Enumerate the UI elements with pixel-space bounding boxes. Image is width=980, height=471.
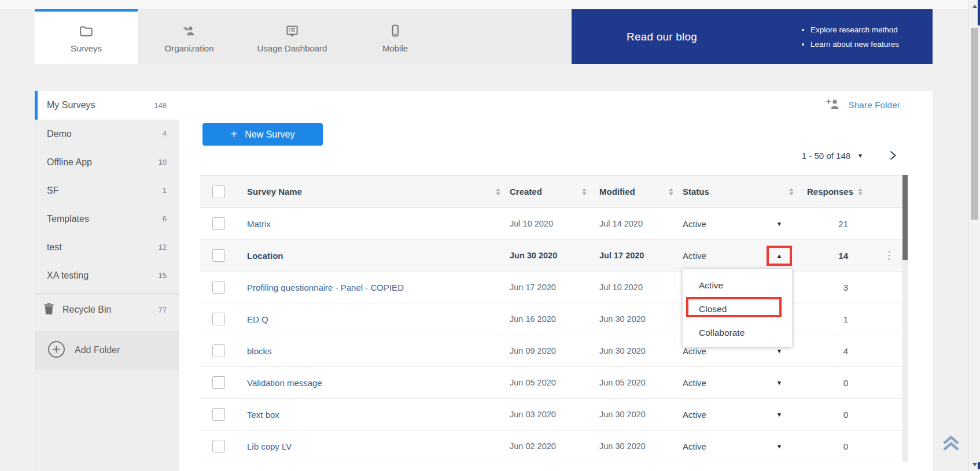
nav-tab[interactable]: Mobile (344, 9, 447, 64)
select-all-checkbox[interactable] (212, 186, 225, 198)
chevron-down-icon: ▼ (776, 443, 782, 450)
sidebar-folder-item[interactable]: Offline App 10 (35, 148, 179, 176)
row-checkbox[interactable] (212, 408, 225, 421)
sidebar-folder-item[interactable]: Templates 6 (35, 205, 179, 233)
add-folder-label: Add Folder (75, 345, 120, 355)
survey-name-link[interactable]: Text box (247, 410, 279, 420)
table-row: Validation message Jun 05 2020 Jun 05 20… (200, 367, 902, 399)
blog-banner[interactable]: Read our blog Explore research method Le… (572, 9, 933, 64)
responses-count: 0 (796, 442, 862, 451)
scroll-to-top-button[interactable] (941, 432, 961, 458)
folder-count: 6 (163, 214, 167, 223)
responses-cell: 3 (796, 283, 862, 292)
created-cell: Jun 03 2020 (500, 410, 587, 419)
modified-date: Jul 14 2020 (599, 219, 643, 228)
survey-name-link[interactable]: ED Q (247, 314, 268, 324)
created-cell: Jul 10 2020 (500, 219, 587, 228)
row-checkbox[interactable] (212, 217, 225, 230)
status-dropdown-toggle[interactable]: ▼ ▲ (767, 373, 792, 393)
share-folder-button[interactable]: Share Folder (825, 98, 900, 112)
tab-icon (388, 23, 403, 38)
status-dropdown-toggle[interactable]: ▼ ▲ (767, 246, 792, 266)
responses-count: 21 (796, 219, 862, 229)
header-survey-name: Survey Name (237, 187, 500, 196)
responses-cell: 0 (796, 378, 862, 388)
pagination: 1 - 50 of 148 ▼ (802, 150, 898, 161)
add-folder-button[interactable]: Add Folder (35, 331, 179, 370)
surveys-table: Survey Name Created Modified Status Resp… (200, 175, 902, 462)
sidebar-folder-item[interactable]: SF 1 (35, 176, 179, 205)
survey-name-cell: Profiling questionnaire - Panel - COPIED (237, 283, 500, 292)
kebab-menu-icon[interactable]: ⋮ (884, 251, 895, 259)
table-scrollbar-thumb[interactable] (902, 175, 908, 260)
table-row: Text box Jun 03 2020 Jun 30 2020 Active … (200, 399, 902, 431)
header: Surveys (35, 9, 933, 64)
tab-label: Mobile (382, 43, 408, 53)
page-scrollbar-thumb[interactable] (971, 28, 978, 220)
row-checkbox[interactable] (212, 440, 225, 453)
survey-name-link[interactable]: Profiling questionnaire - Panel - COPIED (247, 283, 404, 292)
responses-count: 4 (796, 346, 862, 356)
status-cell: Active ▼ ▲ (673, 405, 796, 425)
survey-name-cell: Validation message (237, 378, 500, 388)
survey-name-link[interactable]: Location (247, 251, 283, 261)
dropdown-option[interactable]: Closed (683, 297, 792, 321)
sidebar-folder-item[interactable]: test 12 (35, 233, 179, 261)
folder-count: 1 (163, 186, 167, 195)
status-dropdown-toggle[interactable]: ▼ ▲ (767, 405, 792, 425)
row-checkbox-cell (200, 408, 237, 421)
row-checkbox[interactable] (212, 313, 225, 325)
banner-bullet: Learn about new features (810, 37, 899, 51)
survey-name-link[interactable]: Lib copy LV (247, 442, 292, 451)
next-page-button[interactable] (887, 150, 898, 161)
sort-icon[interactable] (669, 188, 673, 195)
responses-cell: 1 (796, 314, 862, 324)
sort-icon[interactable] (496, 188, 500, 195)
row-checkbox[interactable] (212, 344, 225, 357)
recycle-bin-count: 77 (159, 306, 167, 314)
responses-cell: 0 (796, 410, 862, 420)
sidebar-folder-item[interactable]: XA testing 15 (35, 261, 179, 290)
row-checkbox-cell (200, 313, 237, 325)
folder-label: Templates (47, 214, 89, 224)
created-cell: Jun 05 2020 (500, 378, 587, 387)
table-row: blocks Jun 09 2020 Jun 30 2020 Active ▼ (200, 335, 902, 367)
status-label: Active (683, 346, 706, 356)
sidebar-folder-item[interactable]: My Surveys 148 (35, 91, 179, 120)
sidebar-folder-item[interactable]: Demo 4 (35, 120, 179, 148)
sort-icon[interactable] (582, 188, 587, 195)
nav-tab[interactable]: Usage Dashboard (241, 9, 344, 64)
status-dropdown-toggle[interactable]: ▼ ▲ (767, 214, 792, 234)
nav-tab[interactable]: Surveys (35, 9, 138, 64)
new-survey-button[interactable]: + New Survey (202, 123, 323, 146)
status-label: Active (683, 410, 706, 420)
survey-name-link[interactable]: Validation message (247, 378, 322, 388)
header-status: Status (673, 187, 796, 196)
responses-count: 14 (796, 251, 862, 261)
modified-cell: Jun 30 2020 (587, 410, 673, 419)
created-cell: Jun 30 2020 (500, 251, 587, 260)
nav-tab[interactable]: Organization (138, 9, 241, 64)
dropdown-option[interactable]: Active (683, 273, 792, 297)
row-checkbox[interactable] (212, 376, 225, 389)
modified-date: Jun 30 2020 (599, 442, 646, 451)
folder-label: XA testing (47, 270, 89, 281)
sort-icon[interactable] (858, 188, 863, 195)
row-checkbox[interactable] (212, 281, 225, 294)
modified-date: Jun 30 2020 (599, 410, 646, 419)
modified-date: Jun 05 2020 (599, 378, 646, 387)
table-scrollbar[interactable] (902, 175, 908, 462)
status-label: Active (683, 378, 706, 388)
survey-name-link[interactable]: Matrix (247, 219, 271, 229)
sidebar-item-recycle-bin[interactable]: Recycle Bin 77 (35, 294, 179, 326)
status-dropdown-toggle[interactable]: ▼ ▲ (767, 436, 792, 457)
pagination-dropdown-icon[interactable]: ▼ (857, 153, 863, 159)
header-label-status: Status (683, 187, 709, 196)
plus-icon: + (231, 128, 238, 140)
row-checkbox-cell (200, 344, 237, 357)
dropdown-option[interactable]: Collaborate (683, 321, 792, 344)
row-checkbox[interactable] (212, 249, 225, 262)
survey-name-link[interactable]: blocks (247, 346, 272, 356)
sort-icon[interactable] (789, 188, 794, 195)
page-scrollbar[interactable] (968, 0, 980, 471)
